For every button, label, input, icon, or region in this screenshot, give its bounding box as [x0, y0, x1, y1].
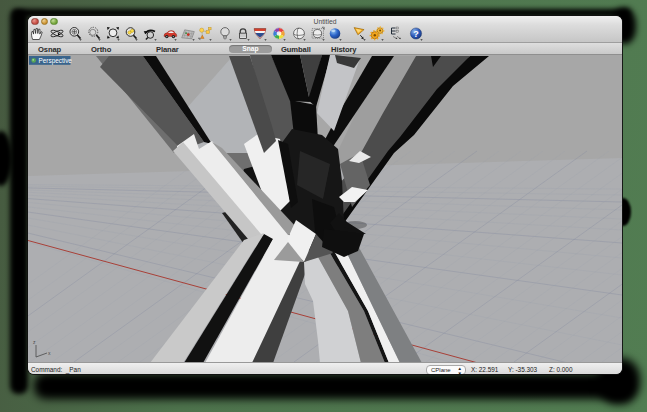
svg-text:?: ? [413, 29, 419, 39]
svg-text:Perspective: Perspective [39, 57, 73, 65]
